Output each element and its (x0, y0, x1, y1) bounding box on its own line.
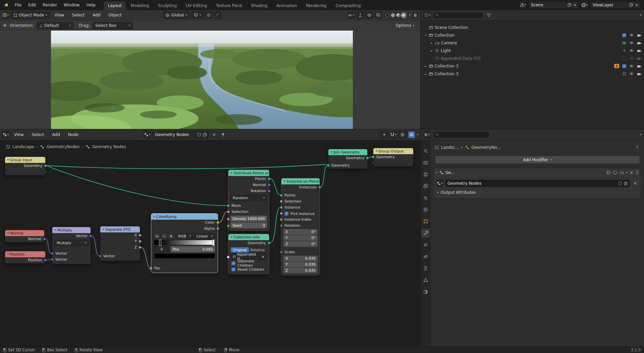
socket-virtual-out[interactable] (44, 170, 47, 173)
tab-sculpting[interactable]: Sculpting (154, 1, 181, 10)
mode-dropdown[interactable]: Object Mode ▾ (11, 11, 50, 19)
outliner-row-scene-collection[interactable]: Scene Collection (421, 24, 644, 31)
node-separate-xyz[interactable]: ▾Separate XYZ X Y Z Vector (100, 226, 140, 261)
breadcrumb-object[interactable]: Landsc... (441, 145, 459, 150)
proportional-edit-icon[interactable] (205, 11, 212, 19)
chevron-down-icon[interactable]: ▾ (640, 14, 641, 16)
socket-geometry-out[interactable] (268, 241, 271, 245)
socket-scale-in[interactable] (280, 251, 283, 254)
pause-button[interactable] (412, 12, 418, 18)
socket-instance-in[interactable] (280, 206, 283, 209)
chevron-down-icon[interactable]: ▾ (640, 133, 641, 136)
menu-help[interactable]: Help (83, 0, 99, 10)
node-group-field[interactable]: Geometry Nodes (445, 180, 630, 187)
new-node-group-icon[interactable] (624, 182, 628, 185)
collapse-icon[interactable]: ▾ (154, 215, 155, 218)
render-visibility-icon[interactable] (637, 57, 641, 60)
socket-collection-in[interactable] (227, 256, 230, 259)
socket-seed-in[interactable] (227, 224, 230, 227)
overlay-active-icon[interactable] (408, 131, 415, 138)
filter-icon[interactable] (485, 12, 492, 19)
socket-mesh-in[interactable] (227, 204, 230, 207)
socket-position-out[interactable] (44, 259, 47, 262)
stop-color-swatch[interactable] (154, 253, 215, 259)
unlink-scene-icon[interactable]: × (573, 3, 577, 7)
tab-object-data[interactable] (421, 276, 430, 284)
tab-render[interactable] (421, 158, 430, 167)
ne-menu-view[interactable]: View (11, 130, 27, 140)
gizmo-toggle-icon[interactable] (357, 11, 364, 19)
socket-vector-out[interactable] (89, 234, 92, 237)
ne-menu-node[interactable]: Node (65, 130, 82, 140)
collection-checkbox[interactable]: ✓ (622, 64, 626, 68)
collapse-icon[interactable]: ▾ (376, 150, 377, 152)
node-tree-name-field[interactable]: Geometry Nodes (153, 131, 209, 138)
render-visibility-icon[interactable] (637, 64, 641, 68)
snap-toggle[interactable]: ▾ (191, 11, 204, 19)
tab-geometry-nodes[interactable]: Geo (366, 1, 369, 10)
rotation-y-field[interactable]: Y0° (283, 235, 318, 241)
chevron-down-icon[interactable]: ▾ (409, 14, 411, 16)
tab-scene[interactable] (421, 193, 430, 202)
collapse-icon[interactable]: ▾ (231, 172, 232, 174)
render-visibility-icon[interactable] (637, 49, 641, 52)
unlink-node-group-icon[interactable]: × (632, 180, 639, 187)
pick-instance-checkbox[interactable]: ✓ (284, 212, 288, 216)
overlays-toggle-icon[interactable] (366, 11, 373, 19)
tab-particles[interactable] (421, 240, 430, 249)
socket-z-out[interactable] (139, 246, 142, 249)
menu-file[interactable]: File (11, 0, 25, 10)
scale-y-field[interactable]: Y0.035 (283, 262, 318, 267)
collapse-icon[interactable]: ▾ (231, 236, 232, 238)
tab-compositing[interactable]: Compositing (331, 1, 365, 10)
shading-rendered-icon[interactable] (401, 13, 406, 17)
menu-render[interactable]: Render (39, 0, 60, 10)
browse-node-tree-icon[interactable]: ▾ (144, 131, 151, 138)
new-node-tree-icon[interactable] (203, 133, 207, 137)
tab-output[interactable] (421, 170, 430, 179)
ne-menu-add[interactable]: Add (49, 130, 63, 140)
socket-density-in[interactable] (227, 218, 230, 221)
blender-logo-icon[interactable] (0, 0, 11, 10)
socket-normal-out[interactable] (268, 183, 271, 186)
expand-icon[interactable]: ▾ (424, 34, 427, 37)
socket-selection-in[interactable] (280, 200, 283, 203)
collapse-icon[interactable]: ▾ (55, 229, 56, 231)
geometry-node-editor[interactable]: ▾ View Select Add Node ▾ Geometry Nodes … (0, 129, 421, 347)
tab-texture-paint[interactable]: Texture Paint (212, 1, 247, 10)
node-vector-math-multiply[interactable]: ▾Multiply Vector Multiply▾ Vector Vector (52, 227, 91, 264)
vp-menu-select[interactable]: Select (69, 10, 88, 20)
interpolation-dropdown[interactable]: Linear▾ (194, 233, 215, 239)
node-canvas[interactable]: Landscape › GeometryNodes › Geometry Nod… (0, 140, 420, 347)
light-data-icon[interactable] (623, 49, 626, 52)
socket-selection-in[interactable] (227, 210, 230, 213)
ramp-stop-end[interactable] (212, 239, 215, 246)
hide-eye-icon[interactable] (629, 57, 634, 60)
tab-modifiers[interactable] (421, 229, 430, 237)
hide-eye-icon[interactable] (629, 41, 634, 44)
modifier-name[interactable]: Ge... (445, 170, 455, 175)
tab-tool[interactable] (421, 146, 430, 155)
viewport-3d[interactable]: ▾ Object Mode ▾ View Select Add Object G… (0, 10, 421, 129)
socket-instance-index-in[interactable] (280, 218, 283, 221)
menu-edit[interactable]: Edit (25, 0, 39, 10)
collapse-icon[interactable]: ▾ (436, 171, 437, 174)
socket-rotation-out[interactable] (268, 189, 271, 192)
stop-position-slider[interactable]: Pos0.092 (171, 246, 215, 252)
visibility-dropdown-icon[interactable]: ▾ (347, 11, 355, 19)
collection-checkbox[interactable]: ✓ (622, 33, 626, 37)
shading-material-icon[interactable] (396, 13, 400, 17)
hide-eye-icon[interactable] (629, 72, 634, 75)
collapse-icon[interactable]: ▾ (7, 159, 9, 161)
scene-browse-icon[interactable]: ▾ (519, 1, 527, 9)
unlink-node-tree-icon[interactable]: × (211, 131, 218, 138)
outliner-row-collection[interactable]: ▾ Collection ✓ (421, 31, 644, 39)
scale-z-field[interactable]: Z0.035 (283, 268, 318, 273)
socket-geometry-in[interactable] (372, 156, 375, 159)
tab-constraints[interactable] (421, 264, 430, 273)
socket-geometry-in[interactable] (327, 164, 330, 167)
tab-physics[interactable] (421, 252, 430, 261)
socket-x-out[interactable] (139, 234, 142, 237)
outliner-row-camera[interactable]: ▸ Camera (421, 39, 644, 47)
shading-solid-icon[interactable] (391, 13, 395, 17)
